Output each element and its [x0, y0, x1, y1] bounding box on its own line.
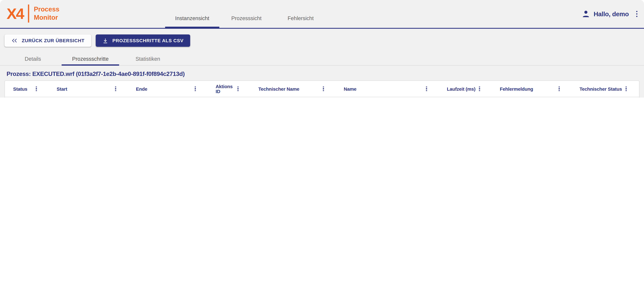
subtab-prozessschritte[interactable]: Prozessschritte: [62, 52, 119, 65]
column-label: Aktions ID: [216, 84, 237, 94]
csv-button-label: PROZESSSCHRITTE ALS CSV: [112, 38, 184, 43]
column-menu-icon[interactable]: [625, 86, 628, 92]
column-menu-icon[interactable]: [322, 86, 325, 92]
column-label: Ende: [136, 86, 147, 91]
download-icon: [102, 37, 108, 44]
column-header-technischer-status: Technischer Status: [580, 81, 639, 97]
double-chevron-left-icon: [11, 37, 18, 44]
subtab-label: Prozessschritte: [72, 55, 109, 62]
tab-label: Prozesssicht: [231, 15, 262, 21]
column-label: Status: [13, 86, 27, 91]
export-csv-button[interactable]: PROZESSSCHRITTE ALS CSV: [96, 34, 190, 47]
column-label: Fehlermeldung: [500, 86, 533, 91]
column-header-fehlermeldung: Fehlermeldung: [500, 81, 580, 97]
column-label: Name: [344, 86, 356, 91]
column-menu-icon[interactable]: [114, 86, 117, 92]
x4-logo-mark: X4: [6, 6, 24, 21]
back-button-label: ZURÜCK ZUR ÜBERSICHT: [22, 38, 84, 43]
column-header-aktions-id: Aktions ID: [216, 81, 258, 97]
table-row[interactable]: 03.06.2024 13:46:36,19003.06.2024 13:46:…: [5, 97, 639, 98]
app-header: X4 Process Monitor Instanzensicht Prozes…: [0, 0, 644, 29]
column-menu-icon[interactable]: [194, 86, 197, 92]
column-label: Technischer Status: [580, 86, 622, 91]
subtab-label: Statistiken: [136, 55, 160, 62]
column-header-name: Name: [344, 81, 447, 97]
subtab-statistiken[interactable]: Statistiken: [119, 52, 176, 65]
column-header-status: Status: [5, 81, 57, 97]
x4-logo: X4 Process Monitor: [6, 4, 59, 23]
column-menu-icon[interactable]: [478, 86, 481, 92]
column-label: Start: [57, 86, 67, 91]
column-header-start: Start: [57, 81, 136, 97]
column-header-ende: Ende: [136, 81, 216, 97]
table-body: 03.06.2024 13:46:36,19003.06.2024 13:46:…: [5, 97, 639, 98]
tab-label: Fehlersicht: [288, 15, 314, 21]
column-header-technischer-name: Technischer Name: [258, 81, 344, 97]
back-to-overview-button[interactable]: ZURÜCK ZUR ÜBERSICHT: [4, 34, 91, 47]
column-menu-icon[interactable]: [237, 86, 240, 92]
toolbar: ZURÜCK ZUR ÜBERSICHT PROZESSSCHRITTE ALS…: [4, 34, 644, 47]
tab-fehlersicht[interactable]: Fehlersicht: [274, 9, 328, 28]
product-name-line2: Monitor: [34, 14, 58, 21]
main-tab-bar: Instanzensicht Prozesssicht Fehlersicht: [165, 9, 328, 28]
user-area: Hallo, demo: [582, 9, 638, 18]
subtab-details[interactable]: Details: [4, 52, 62, 65]
user-menu-icon[interactable]: [635, 10, 638, 18]
process-steps-table: StatusStartEndeAktions IDTechnischer Nam…: [4, 80, 640, 98]
person-icon: [582, 9, 590, 18]
column-label: Technischer Name: [258, 86, 299, 91]
column-menu-icon[interactable]: [558, 86, 560, 92]
logo-divider: [28, 4, 29, 23]
tab-prozesssicht[interactable]: Prozesssicht: [219, 9, 274, 28]
subtab-label: Details: [25, 55, 41, 62]
tab-label: Instanzensicht: [175, 15, 209, 21]
process-monitor-app: X4 Process Monitor Instanzensicht Prozes…: [0, 0, 644, 98]
column-menu-icon[interactable]: [425, 86, 428, 92]
column-menu-icon[interactable]: [35, 86, 38, 92]
product-name-line1: Process: [34, 6, 59, 13]
table-header-row: StatusStartEndeAktions IDTechnischer Nam…: [5, 81, 639, 97]
detail-tab-bar: Details Prozessschritte Statistiken: [0, 52, 644, 66]
column-label: Laufzeit (ms): [447, 86, 475, 91]
product-name: Process Monitor: [34, 5, 59, 22]
process-title: Prozess: EXECUTED.wrf (01f3a2f7-1e2b-4ae…: [6, 71, 637, 77]
tab-instanzensicht[interactable]: Instanzensicht: [165, 9, 219, 28]
column-header-laufzeit-ms-: Laufzeit (ms): [447, 81, 500, 97]
user-greeting: Hallo, demo: [594, 10, 629, 17]
